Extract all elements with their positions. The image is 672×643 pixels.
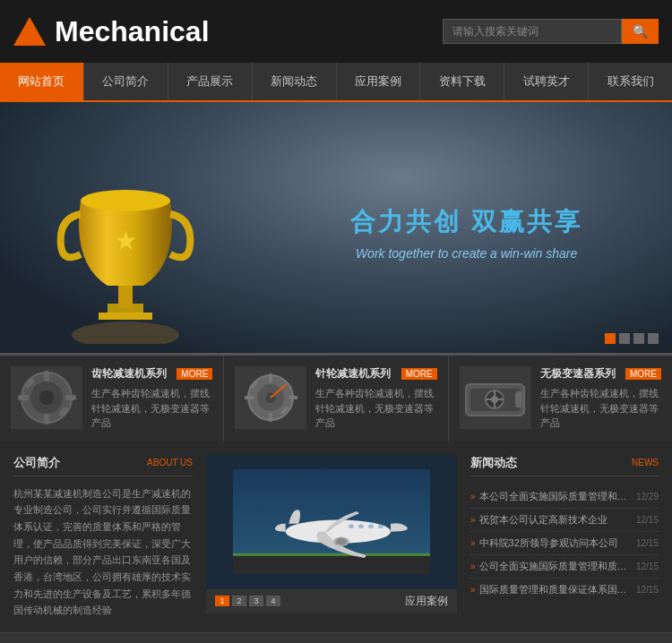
news-bullet-icon-5: » <box>470 585 476 595</box>
bottom-section: 公司简介 ABOUT US 杭州某某减速机制造公司是生产减速机的专业制造公司，公… <box>0 442 672 633</box>
banner-sub-text: Work together to create a win-win share <box>350 246 582 261</box>
case-dot-2[interactable]: 2 <box>232 596 246 606</box>
banner-dot-4[interactable] <box>648 333 659 344</box>
news-title-cn: 新闻动态 <box>470 455 517 471</box>
case-dot-1[interactable]: 1 <box>215 596 229 606</box>
case-bottom-bar: 1 2 3 4 应用案例 <box>206 589 457 613</box>
news-date-3: 12/15 <box>636 538 659 548</box>
footer-nav: 关于我们 联系方式 客户留言 投诉建议 友情链接 <box>0 632 672 643</box>
product-image-3 <box>460 366 531 429</box>
svg-rect-19 <box>269 413 272 422</box>
product-desc-2: 生产各种齿轮减速机，摆线针轮减速机，无极变速器等产品 <box>315 386 436 431</box>
svg-point-39 <box>378 524 383 527</box>
svg-rect-11 <box>18 395 29 400</box>
news-bullet-icon-1: » <box>470 492 476 502</box>
product-cards: 齿轮减速机系列 MORE 生产各种齿轮减速机，摆线针轮减速机，无极变速器等产品 <box>0 353 672 442</box>
product-more-link-3[interactable]: MORE <box>625 368 661 380</box>
product-image-1 <box>11 366 82 429</box>
product-title-1: 齿轮减速机系列 <box>91 366 167 382</box>
company-title-en: ABOUT US <box>147 458 193 467</box>
svg-rect-9 <box>44 371 49 382</box>
nav-item-home[interactable]: 网站首页 <box>0 63 84 100</box>
svg-point-37 <box>358 524 364 527</box>
svg-rect-34 <box>233 553 430 556</box>
search-button[interactable]: 🔍 <box>622 19 659 44</box>
nav-item-recruit[interactable]: 试聘英才 <box>504 63 589 100</box>
news-area: 新闻动态 NEWS » 本公司全面实施国际质量管理和认证体系 12/29 » 祝… <box>470 455 659 620</box>
news-date-5: 12/15 <box>636 585 659 595</box>
svg-rect-20 <box>245 396 254 399</box>
product-info-3: 无极变速器系列 MORE 生产各种齿轮减速机，摆线针轮减速机，无极变速器等产品 <box>540 366 661 431</box>
logo: Mechanical <box>13 15 210 48</box>
news-date-2: 12/15 <box>636 515 659 525</box>
product-desc-1: 生产各种齿轮减速机，摆线针轮减速机，无极变速器等产品 <box>91 386 212 431</box>
news-text-2[interactable]: 祝贺本公司认定高新技术企业 <box>479 513 632 527</box>
svg-point-36 <box>349 524 354 527</box>
case-dot-3[interactable]: 3 <box>249 596 263 606</box>
news-bullet-icon-4: » <box>470 562 476 571</box>
nav-item-about[interactable]: 公司简介 <box>84 63 168 100</box>
svg-rect-12 <box>65 395 76 400</box>
product-title-3: 无极变速器系列 <box>540 366 616 382</box>
banner: ★ 合力共创 双赢共享 Work together to create a wi… <box>0 102 672 353</box>
svg-text:★: ★ <box>114 226 138 255</box>
svg-rect-31 <box>515 391 522 407</box>
banner-dot-3[interactable] <box>633 333 644 344</box>
search-bar: 🔍 <box>443 19 659 44</box>
nav-item-download[interactable]: 资料下载 <box>420 63 504 100</box>
svg-rect-2 <box>99 313 152 320</box>
svg-point-4 <box>81 190 170 211</box>
svg-point-0 <box>72 322 179 344</box>
news-text-5[interactable]: 国际质量管理和质量保证体系国际质量管理 <box>479 583 632 596</box>
product-card-1: 齿轮减速机系列 MORE 生产各种齿轮减速机，摆线针轮减速机，无极变速器等产品 <box>0 356 224 442</box>
news-bullet-icon-3: » <box>470 538 476 548</box>
product-info-2: 针轮减速机系列 MORE 生产各种齿轮减速机，摆线针轮减速机，无极变速器等产品 <box>315 366 436 431</box>
main-nav: 网站首页 公司简介 产品展示 新闻动态 应用案例 资料下载 试聘英才 联系我们 <box>0 63 672 102</box>
nav-item-products[interactable]: 产品展示 <box>168 63 253 100</box>
svg-point-38 <box>368 524 374 527</box>
product-image-2 <box>235 366 306 429</box>
svg-point-30 <box>491 396 498 403</box>
search-input[interactable] <box>443 19 622 44</box>
banner-text-area: 合力共创 双赢共享 Work together to create a win-… <box>350 205 582 261</box>
nav-item-news[interactable]: 新闻动态 <box>253 63 337 100</box>
logo-triangle-icon <box>13 17 46 46</box>
news-bullet-icon-2: » <box>470 515 476 525</box>
product-card-2: 针轮减速机系列 MORE 生产各种齿轮减速机，摆线针轮减速机，无极变速器等产品 <box>224 356 448 442</box>
banner-dot-2[interactable] <box>619 333 630 344</box>
product-desc-3: 生产各种齿轮减速机，摆线针轮减速机，无极变速器等产品 <box>540 386 661 431</box>
product-info-1: 齿轮减速机系列 MORE 生产各种齿轮减速机，摆线针轮减速机，无极变速器等产品 <box>91 366 212 431</box>
news-text-1[interactable]: 本公司全面实施国际质量管理和认证体系 <box>479 490 632 503</box>
product-card-3: 无极变速器系列 MORE 生产各种齿轮减速机，摆线针轮减速机，无极变速器等产品 <box>449 356 672 442</box>
svg-rect-18 <box>269 373 272 382</box>
news-title-en: NEWS <box>632 458 659 467</box>
svg-point-41 <box>336 538 347 544</box>
svg-point-8 <box>39 390 54 405</box>
news-item-5: » 国际质量管理和质量保证体系国际质量管理 12/15 <box>470 579 659 601</box>
product-title-row-3: 无极变速器系列 MORE <box>540 366 661 382</box>
case-dots: 1 2 3 4 <box>215 596 280 606</box>
case-dot-4[interactable]: 4 <box>266 596 280 606</box>
banner-dot-1[interactable] <box>605 333 616 344</box>
company-intro: 公司简介 ABOUT US 杭州某某减速机制造公司是生产减速机的专业制造公司，公… <box>13 455 193 620</box>
case-image <box>206 455 457 589</box>
nav-item-contact[interactable]: 联系我们 <box>589 63 672 100</box>
banner-trophy-image: ★ <box>54 147 197 344</box>
product-title-2: 针轮减速机系列 <box>315 366 391 382</box>
svg-rect-33 <box>233 554 430 574</box>
svg-rect-10 <box>44 414 49 424</box>
news-text-4[interactable]: 公司全面实施国际质量管理和质量保证体系 <box>479 560 632 573</box>
company-section-title: 公司简介 ABOUT US <box>13 455 193 476</box>
news-date-1: 12/29 <box>636 492 659 502</box>
news-item-2: » 祝贺本公司认定高新技术企业 12/15 <box>470 509 659 532</box>
header: Mechanical 🔍 <box>0 0 672 63</box>
nav-item-cases[interactable]: 应用案例 <box>337 63 421 100</box>
news-text-3[interactable]: 中科院32所领导参观访问本公司 <box>479 536 632 550</box>
logo-text: Mechanical <box>55 15 210 48</box>
banner-main-text: 合力共创 双赢共享 <box>350 205 582 239</box>
product-more-link-2[interactable]: MORE <box>401 368 437 380</box>
svg-rect-21 <box>289 396 297 399</box>
news-item-1: » 本公司全面实施国际质量管理和认证体系 12/29 <box>470 485 659 509</box>
product-more-link-1[interactable]: MORE <box>177 368 212 380</box>
case-label: 应用案例 <box>405 594 448 609</box>
